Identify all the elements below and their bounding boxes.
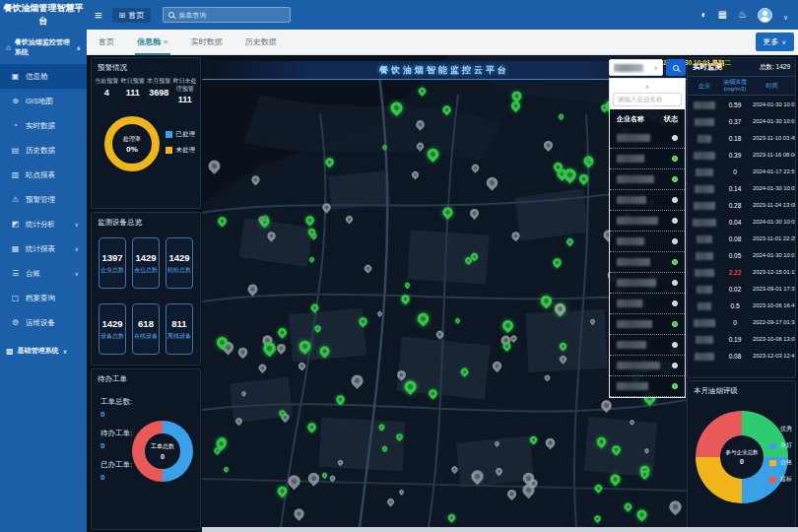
company-list-item[interactable] <box>610 128 685 149</box>
map-pin[interactable] <box>305 470 321 486</box>
company-list-item[interactable] <box>610 273 685 294</box>
realtime-row[interactable]: 0.05 2024-01-30 10:03:00 <box>688 246 795 263</box>
company-list-item[interactable] <box>610 149 685 169</box>
page-tab[interactable]: 历史数据 <box>243 30 279 55</box>
map-pin[interactable] <box>402 378 419 395</box>
map-pin[interactable] <box>667 499 685 516</box>
realtime-row[interactable]: 0 2022-09-17 01:34:00 <box>688 313 795 330</box>
map-pin[interactable] <box>334 393 346 405</box>
map-pin[interactable] <box>234 417 244 427</box>
map-pin[interactable] <box>417 87 427 97</box>
map-pin[interactable] <box>416 311 432 327</box>
company-list-item[interactable] <box>610 294 685 314</box>
realtime-row[interactable]: 2.22 2023-12-15 01:11:00 <box>688 263 795 280</box>
device-stat-card[interactable]: 1429 机组总数 <box>166 237 193 289</box>
realtime-row[interactable]: 0.39 2023-11-16 08:04:00 <box>688 146 795 163</box>
map-pin[interactable] <box>565 237 573 246</box>
map-pin[interactable] <box>558 113 565 120</box>
map-pin[interactable] <box>398 489 405 496</box>
map-pin[interactable] <box>388 100 405 116</box>
map-pin[interactable] <box>454 317 461 324</box>
company-list-item[interactable] <box>610 169 685 190</box>
chevron-down-icon[interactable] <box>783 6 788 24</box>
realtime-row[interactable]: 0.59 2024-01-30 10:03:00 <box>688 96 795 112</box>
map-pin[interactable] <box>329 474 337 482</box>
map-pin[interactable] <box>246 282 260 296</box>
map-pin[interactable] <box>551 256 563 268</box>
device-stat-card[interactable]: 618 在线设备 <box>132 303 160 355</box>
map-pin[interactable] <box>292 507 306 522</box>
company-list-item[interactable] <box>610 232 685 252</box>
map-pin[interactable] <box>428 388 439 400</box>
map-pin[interactable] <box>505 488 518 500</box>
company-list-item[interactable] <box>610 252 685 273</box>
hamburger-menu-icon[interactable] <box>95 6 102 24</box>
map-pin[interactable] <box>349 372 366 389</box>
menu-search-box[interactable] <box>163 7 291 23</box>
map-pin[interactable] <box>544 374 552 382</box>
realtime-row[interactable]: 0.14 2024-01-30 10:03:00 <box>688 179 795 196</box>
device-stat-card[interactable]: 1429 点位总数 <box>132 237 160 289</box>
map-pin[interactable] <box>435 329 445 339</box>
realtime-row[interactable]: 0.04 2024-01-30 10:03:00 <box>688 213 795 230</box>
map-pin[interactable] <box>358 316 369 328</box>
map-pin[interactable] <box>595 435 608 448</box>
sidebar-item[interactable]: ⚙ 运维设备 ∨ <box>0 310 87 335</box>
map-pin[interactable] <box>403 281 410 288</box>
sidebar-item[interactable]: ◔ 实时数据 ∨ <box>0 113 87 138</box>
map-pin[interactable] <box>310 302 320 312</box>
map-pin[interactable] <box>544 435 558 449</box>
map-pin[interactable] <box>484 174 499 190</box>
map-pin[interactable] <box>510 90 524 103</box>
map-pin[interactable] <box>491 360 503 372</box>
map-pin[interactable] <box>376 310 383 317</box>
map-pin[interactable] <box>257 363 268 373</box>
map-pin[interactable] <box>250 174 262 186</box>
apps-icon[interactable] <box>717 10 726 20</box>
map-pin[interactable] <box>610 444 622 456</box>
message-icon[interactable] <box>738 10 747 20</box>
sidebar-group-base-system[interactable]: 基础管理系统 <box>0 338 87 363</box>
device-stat-card[interactable]: 1397 企业总数 <box>99 237 126 289</box>
map-pin[interactable] <box>382 144 388 150</box>
map-pin[interactable] <box>308 256 315 263</box>
map-pin[interactable] <box>593 483 603 493</box>
device-stat-card[interactable]: 811 离线设备 <box>166 303 193 355</box>
avatar[interactable] <box>758 8 772 23</box>
sidebar-item[interactable]: ◩ 统计分析 ∨ <box>0 212 87 236</box>
map-pin[interactable] <box>363 263 372 273</box>
realtime-row[interactable]: 0.08 2023-12-03 12:47:00 <box>688 347 795 364</box>
map-pin[interactable] <box>411 170 421 180</box>
map-pin[interactable] <box>446 512 456 522</box>
collapse-handle[interactable] <box>613 80 682 88</box>
map-pin[interactable] <box>450 464 459 473</box>
map-pin[interactable] <box>501 341 512 352</box>
realtime-row[interactable]: 0.08 2023-11-01 22:25:00 <box>688 230 795 246</box>
sidebar-item[interactable]: ▦ 统计报表 ∨ <box>0 236 87 261</box>
map-pin[interactable] <box>468 208 481 221</box>
map-pin[interactable] <box>337 459 345 467</box>
map-pin[interactable] <box>539 293 555 308</box>
company-list-item[interactable] <box>610 314 685 335</box>
sidebar-item[interactable]: ▣ 信息舱 ∨ <box>0 64 87 89</box>
realtime-row[interactable]: 0.19 2023-10-06 13:04:00 <box>688 330 795 347</box>
map-pin[interactable] <box>553 301 567 316</box>
map-pin[interactable] <box>470 164 481 174</box>
map-pin[interactable] <box>643 447 650 454</box>
sidebar-group-monitoring[interactable]: 餐饮油烟监控管理系统 <box>0 30 87 64</box>
map-pin[interactable] <box>542 139 555 152</box>
map-pin[interactable] <box>425 146 440 162</box>
map-pin[interactable] <box>381 444 388 451</box>
realtime-row[interactable]: 0 2024-01-17 22:53:00 <box>688 163 795 179</box>
map-pin[interactable] <box>276 326 288 338</box>
map-pin[interactable] <box>318 344 332 358</box>
theme-icon[interactable] <box>700 10 706 20</box>
map-pin[interactable] <box>623 501 632 511</box>
realtime-row[interactable]: 0.28 2023-11-24 13:00:00 <box>688 196 795 213</box>
device-stat-card[interactable]: 1429 设备总数 <box>99 303 126 355</box>
map-pin[interactable] <box>469 468 487 486</box>
map-pin[interactable] <box>588 317 595 324</box>
realtime-row[interactable]: 0.37 2024-01-30 10:03:00 <box>688 112 795 129</box>
map-pin[interactable] <box>305 421 317 432</box>
map-pin[interactable] <box>216 215 228 227</box>
